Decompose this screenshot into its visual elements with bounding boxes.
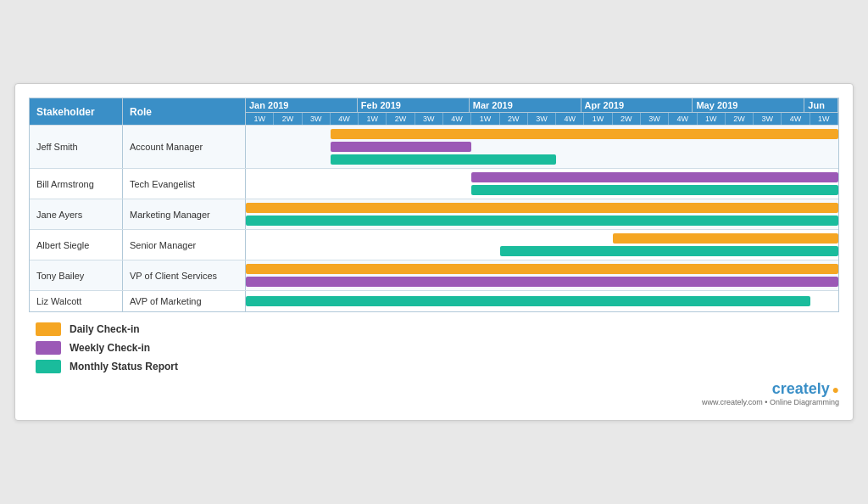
stakeholder-cell: Albert Siegle [30,230,123,260]
week-cell: 2W [387,113,415,125]
legend: Daily Check-inWeekly Check-inMonthly Sta… [29,322,839,373]
gantt-bar [331,129,838,139]
brand-name: creately [772,380,830,397]
week-cell: 4W [556,113,584,125]
week-cell: 3W [415,113,443,125]
chart-header: Stakeholder Role Jan 2019Feb 2019Mar 201… [30,98,838,125]
months-row: Jan 2019Feb 2019Mar 2019Apr 2019May 2019… [246,98,838,113]
gantt-bar [246,203,838,213]
month-block: Feb 2019 [358,98,470,112]
week-cell: 1W [810,113,838,125]
week-cell: 1W [584,113,612,125]
week-cell: 2W [274,113,302,125]
bars-cell [246,260,838,290]
week-cell: 2W [613,113,641,125]
week-cell: 4W [669,113,697,125]
gantt-bar [471,172,838,182]
gantt-bar [246,296,810,306]
bars-cell [246,199,838,229]
week-cell: 1W [471,113,499,125]
month-block: Jun [804,98,838,112]
timeline-header: Jan 2019Feb 2019Mar 2019Apr 2019May 2019… [246,98,838,125]
gantt-bar [331,142,471,152]
stakeholder-cell: Bill Armstrong [30,169,123,199]
table-row: Tony BaileyVP of Client Services [30,260,838,290]
gantt-bar [246,216,838,226]
week-cell: 2W [726,113,754,125]
bars-cell [246,230,838,260]
gantt-chart: Stakeholder Role Jan 2019Feb 2019Mar 201… [29,98,839,312]
gantt-bar [613,233,838,244]
week-cell: 3W [303,113,331,125]
table-row: Jane AyersMarketing Manager [30,199,838,229]
week-cell: 1W [246,113,274,125]
month-block: May 2019 [693,98,804,112]
gantt-bar [331,154,556,165]
legend-label: Daily Check-in [70,323,140,335]
bars-cell [246,291,838,311]
legend-item: Monthly Status Report [36,360,839,373]
week-cell: 4W [443,113,471,125]
stakeholder-cell: Tony Bailey [30,260,123,290]
bars-cell [246,126,838,168]
stakeholder-header-label: Stakeholder [36,106,95,118]
legend-label: Weekly Check-in [70,342,150,354]
role-header: Role [123,98,246,125]
month-block: Apr 2019 [581,98,693,112]
week-cell: 4W [782,113,810,125]
week-cell: 3W [528,113,556,125]
weeks-row: 1W2W3W4W1W2W3W4W1W2W3W4W1W2W3W4W1W2W3W4W… [246,113,838,125]
stakeholder-cell: Liz Walcott [30,291,123,311]
table-row: Jeff SmithAccount Manager [30,125,838,168]
month-block: Mar 2019 [470,98,581,112]
legend-color-box [36,322,61,336]
legend-color-box [36,341,61,355]
week-cell: 3W [641,113,669,125]
legend-color-box [36,360,61,373]
main-card: Stakeholder Role Jan 2019Feb 2019Mar 201… [14,83,854,421]
role-header-label: Role [130,106,152,118]
table-row: Liz WalcottAVP of Marketing [30,290,838,311]
stakeholder-cell: Jeff Smith [30,126,123,168]
gantt-bar [246,277,838,287]
role-cell: VP of Client Services [123,260,246,290]
table-row: Albert SiegleSenior Manager [30,229,838,260]
stakeholder-header: Stakeholder [30,98,123,125]
role-cell: Tech Evangelist [123,169,246,199]
month-block: Jan 2019 [246,98,358,112]
data-rows: Jeff SmithAccount ManagerBill ArmstrongT… [30,125,838,311]
brand-sub: www.creately.com • Online Diagramming [29,398,839,406]
branding: creately ● www.creately.com • Online Dia… [29,380,839,406]
week-cell: 1W [698,113,726,125]
gantt-bar [471,185,838,195]
gantt-bar [500,246,838,256]
week-cell: 3W [754,113,782,125]
week-cell: 2W [500,113,528,125]
brand-dot: ● [832,383,839,396]
bars-cell [246,169,838,199]
legend-label: Monthly Status Report [70,361,178,372]
table-row: Bill ArmstrongTech Evangelist [30,168,838,199]
role-cell: AVP of Marketing [123,291,246,311]
legend-item: Weekly Check-in [36,341,839,355]
gantt-bar [246,264,838,274]
legend-item: Daily Check-in [36,322,839,336]
role-cell: Account Manager [123,126,246,168]
stakeholder-cell: Jane Ayers [30,199,123,229]
week-cell: 4W [331,113,359,125]
week-cell: 1W [359,113,387,125]
role-cell: Senior Manager [123,230,246,260]
role-cell: Marketing Manager [123,199,246,229]
